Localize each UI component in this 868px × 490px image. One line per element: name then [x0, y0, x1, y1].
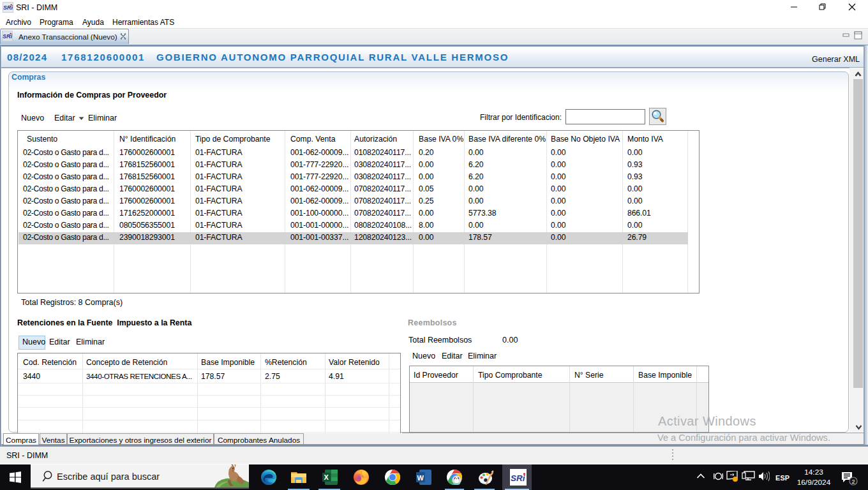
svg-text:W: W: [417, 474, 424, 482]
svg-text:X: X: [324, 473, 329, 481]
svg-text:2: 2: [852, 479, 855, 485]
svg-text:SRi: SRi: [511, 473, 525, 483]
